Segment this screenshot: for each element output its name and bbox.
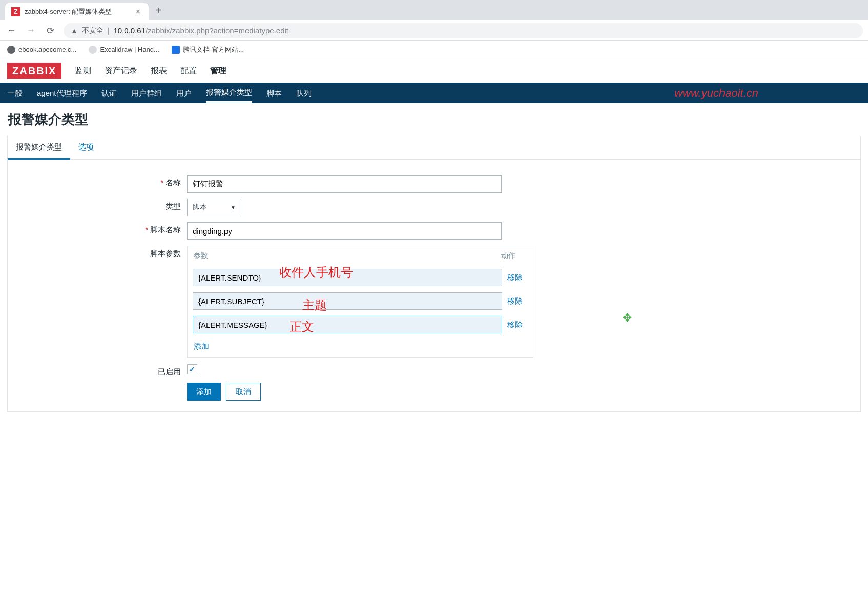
form-panel: 报警媒介类型 选项 *名称 类型 脚本 ▼ *脚本名称 bbox=[7, 136, 861, 412]
cancel-button[interactable]: 取消 bbox=[226, 383, 261, 401]
subnav-auth[interactable]: 认证 bbox=[101, 84, 117, 102]
bookmark-item[interactable]: 腾讯文档-官方网站... bbox=[172, 45, 244, 54]
param-input-1[interactable] bbox=[193, 292, 502, 310]
param-row: 移除 bbox=[188, 313, 533, 336]
subnav-mediatypes[interactable]: 报警媒介类型 bbox=[206, 83, 252, 103]
move-cursor-icon: ✥ bbox=[623, 311, 632, 325]
tab-options[interactable]: 选项 bbox=[70, 136, 102, 159]
tab-strip: Z zabbix4-server: 配置媒体类型 × + bbox=[0, 0, 868, 20]
params-header: 参数 动作 bbox=[188, 246, 533, 266]
forward-button[interactable]: → bbox=[25, 25, 37, 36]
browser-toolbar: ← → ⟳ ▲ 不安全 | 10.0.0.61/zabbix/zabbix.ph… bbox=[0, 20, 868, 41]
new-tab-button[interactable]: + bbox=[149, 5, 169, 16]
param-row: 移除 bbox=[188, 266, 533, 289]
tab-title: zabbix4-server: 配置媒体类型 bbox=[25, 7, 134, 16]
tab-mediatype[interactable]: 报警媒介类型 bbox=[8, 136, 70, 160]
bookmark-label: Excalidraw | Hand... bbox=[100, 46, 159, 53]
reload-button[interactable]: ⟳ bbox=[44, 25, 56, 36]
script-name-label: *脚本名称 bbox=[18, 222, 187, 235]
col-param: 参数 bbox=[194, 251, 501, 261]
params-label: 脚本参数 bbox=[18, 246, 187, 259]
type-label: 类型 bbox=[18, 199, 187, 211]
remove-link[interactable]: 移除 bbox=[507, 273, 528, 283]
enabled-label: 已启用 bbox=[18, 364, 187, 377]
param-row: 移除 bbox=[188, 289, 533, 313]
button-row: 添加 取消 bbox=[187, 383, 850, 401]
submit-button[interactable]: 添加 bbox=[187, 383, 221, 401]
favicon-icon: Z bbox=[11, 7, 20, 16]
zabbix-logo[interactable]: ZABBIX bbox=[7, 63, 61, 79]
enabled-checkbox[interactable]: ✓ bbox=[187, 364, 197, 374]
media-form: *名称 类型 脚本 ▼ *脚本名称 脚本参数 bbox=[8, 160, 860, 411]
name-label: *名称 bbox=[18, 175, 187, 188]
nav-config[interactable]: 配置 bbox=[180, 66, 197, 76]
tencent-docs-icon bbox=[172, 46, 180, 54]
page-body: 报警媒介类型 报警媒介类型 选项 *名称 类型 脚本 ▼ *脚本名 bbox=[0, 103, 868, 432]
url-text: 10.0.0.61/zabbix/zabbix.php?action=media… bbox=[114, 26, 289, 35]
excalidraw-icon bbox=[89, 46, 97, 54]
bookmark-label: ebook.apecome.c... bbox=[18, 46, 76, 53]
param-input-0[interactable] bbox=[193, 269, 502, 286]
subnav-users[interactable]: 用户 bbox=[176, 84, 192, 102]
remove-link[interactable]: 移除 bbox=[507, 296, 528, 306]
bookmark-item[interactable]: ebook.apecome.c... bbox=[7, 46, 76, 54]
nav-reports[interactable]: 报表 bbox=[151, 66, 167, 76]
zabbix-header: ZABBIX 监测 资产记录 报表 配置 管理 bbox=[0, 58, 868, 83]
page-title: 报警媒介类型 bbox=[7, 111, 861, 129]
subnav-scripts[interactable]: 脚本 bbox=[266, 84, 282, 102]
subnav-queue[interactable]: 队列 bbox=[296, 84, 312, 102]
url-divider: | bbox=[108, 27, 110, 35]
chevron-down-icon: ▼ bbox=[231, 205, 236, 210]
globe-icon bbox=[7, 46, 15, 54]
subnav-usergroups[interactable]: 用户群组 bbox=[131, 84, 162, 102]
remove-link[interactable]: 移除 bbox=[507, 320, 528, 330]
col-action: 动作 bbox=[501, 251, 527, 261]
param-input-2[interactable] bbox=[193, 316, 502, 333]
subnav-proxies[interactable]: agent代理程序 bbox=[37, 84, 87, 102]
nav-inventory[interactable]: 资产记录 bbox=[105, 66, 137, 76]
watermark-text: www.yuchaoit.cn bbox=[674, 87, 758, 100]
nav-admin[interactable]: 管理 bbox=[210, 66, 226, 76]
script-name-input[interactable] bbox=[187, 222, 502, 240]
add-param-link[interactable]: 添加 bbox=[194, 341, 209, 350]
type-select[interactable]: 脚本 ▼ bbox=[187, 199, 241, 216]
bookmarks-bar: ebook.apecome.c... Excalidraw | Hand... … bbox=[0, 41, 868, 58]
address-bar[interactable]: ▲ 不安全 | 10.0.0.61/zabbix/zabbix.php?acti… bbox=[64, 23, 863, 38]
form-tabs: 报警媒介类型 选项 bbox=[8, 136, 860, 160]
nav-monitor[interactable]: 监测 bbox=[75, 66, 91, 76]
name-input[interactable] bbox=[187, 175, 502, 193]
params-table: 参数 动作 移除 移除 移除 bbox=[187, 246, 533, 358]
insecure-label: 不安全 bbox=[82, 26, 104, 35]
warning-icon: ▲ bbox=[71, 27, 78, 35]
type-value: 脚本 bbox=[193, 203, 207, 212]
back-button[interactable]: ← bbox=[5, 25, 17, 36]
browser-chrome: Z zabbix4-server: 配置媒体类型 × + ← → ⟳ ▲ 不安全… bbox=[0, 0, 868, 58]
zabbix-subnav: 一般 agent代理程序 认证 用户群组 用户 报警媒介类型 脚本 队列 www… bbox=[0, 83, 868, 103]
subnav-general[interactable]: 一般 bbox=[7, 84, 23, 102]
close-icon[interactable]: × bbox=[134, 7, 142, 16]
browser-tab[interactable]: Z zabbix4-server: 配置媒体类型 × bbox=[5, 3, 149, 20]
bookmark-item[interactable]: Excalidraw | Hand... bbox=[89, 46, 159, 54]
bookmark-label: 腾讯文档-官方网站... bbox=[183, 45, 244, 54]
